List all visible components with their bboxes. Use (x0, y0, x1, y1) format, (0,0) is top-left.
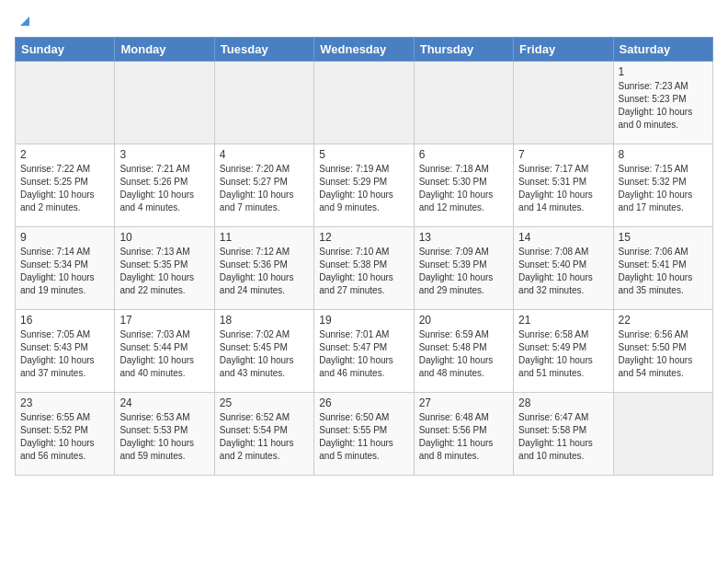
day-number: 22 (619, 314, 708, 327)
day-info: Sunrise: 6:48 AM Sunset: 5:56 PM Dayligh… (419, 411, 508, 463)
day-number: 7 (518, 148, 608, 161)
day-info: Sunrise: 7:13 AM Sunset: 5:35 PM Dayligh… (119, 246, 209, 297)
calendar-day-28: 28Sunrise: 6:47 AM Sunset: 5:58 PM Dayli… (514, 393, 613, 476)
calendar-empty-cell (514, 62, 613, 144)
weekday-header-monday: Monday (115, 38, 214, 62)
day-info: Sunrise: 7:02 AM Sunset: 5:45 PM Dayligh… (220, 328, 309, 380)
calendar-day-3: 3Sunrise: 7:21 AM Sunset: 5:26 PM Daylig… (115, 144, 214, 227)
calendar-empty-cell (414, 62, 513, 144)
day-number: 10 (119, 231, 209, 244)
day-number: 9 (20, 231, 109, 244)
day-number: 12 (319, 231, 408, 244)
calendar-empty-cell (16, 62, 115, 144)
day-number: 11 (220, 231, 309, 244)
calendar-header-row: SundayMondayTuesdayWednesdayThursdayFrid… (16, 38, 713, 62)
day-info: Sunrise: 7:12 AM Sunset: 5:36 PM Dayligh… (220, 246, 309, 297)
calendar-day-14: 14Sunrise: 7:08 AM Sunset: 5:40 PM Dayli… (514, 227, 613, 310)
calendar-day-9: 9Sunrise: 7:14 AM Sunset: 5:34 PM Daylig… (16, 227, 115, 310)
weekday-header-saturday: Saturday (613, 38, 712, 62)
logo-triangle-icon (17, 13, 33, 29)
calendar-week-row: 23Sunrise: 6:55 AM Sunset: 5:52 PM Dayli… (16, 393, 713, 476)
day-info: Sunrise: 7:15 AM Sunset: 5:32 PM Dayligh… (619, 163, 708, 214)
calendar-day-2: 2Sunrise: 7:22 AM Sunset: 5:25 PM Daylig… (16, 144, 115, 227)
logo (15, 15, 33, 29)
day-number: 17 (119, 314, 209, 327)
day-number: 8 (619, 148, 708, 161)
day-number: 6 (419, 148, 508, 161)
day-number: 19 (319, 314, 408, 327)
day-info: Sunrise: 7:18 AM Sunset: 5:30 PM Dayligh… (419, 163, 508, 214)
calendar-day-19: 19Sunrise: 7:01 AM Sunset: 5:47 PM Dayli… (314, 310, 414, 393)
page: SundayMondayTuesdayWednesdayThursdayFrid… (0, 0, 728, 490)
day-info: Sunrise: 6:58 AM Sunset: 5:49 PM Dayligh… (518, 328, 608, 380)
day-number: 5 (319, 148, 408, 161)
calendar-day-6: 6Sunrise: 7:18 AM Sunset: 5:30 PM Daylig… (414, 144, 513, 227)
calendar-day-26: 26Sunrise: 6:50 AM Sunset: 5:55 PM Dayli… (314, 393, 414, 476)
calendar-day-15: 15Sunrise: 7:06 AM Sunset: 5:41 PM Dayli… (613, 227, 712, 310)
calendar-week-row: 2Sunrise: 7:22 AM Sunset: 5:25 PM Daylig… (16, 144, 713, 227)
day-number: 15 (619, 231, 708, 244)
day-info: Sunrise: 7:20 AM Sunset: 5:27 PM Dayligh… (220, 163, 309, 214)
weekday-header-thursday: Thursday (414, 38, 513, 62)
calendar-day-12: 12Sunrise: 7:10 AM Sunset: 5:38 PM Dayli… (314, 227, 414, 310)
day-info: Sunrise: 6:55 AM Sunset: 5:52 PM Dayligh… (20, 411, 109, 463)
calendar-day-20: 20Sunrise: 6:59 AM Sunset: 5:48 PM Dayli… (414, 310, 513, 393)
calendar-day-24: 24Sunrise: 6:53 AM Sunset: 5:53 PM Dayli… (115, 393, 214, 476)
day-info: Sunrise: 6:59 AM Sunset: 5:48 PM Dayligh… (419, 328, 508, 380)
day-info: Sunrise: 6:52 AM Sunset: 5:54 PM Dayligh… (220, 411, 309, 463)
calendar-week-row: 16Sunrise: 7:05 AM Sunset: 5:43 PM Dayli… (16, 310, 713, 393)
day-info: Sunrise: 6:53 AM Sunset: 5:53 PM Dayligh… (119, 411, 209, 463)
calendar-day-13: 13Sunrise: 7:09 AM Sunset: 5:39 PM Dayli… (414, 227, 513, 310)
weekday-header-tuesday: Tuesday (214, 38, 313, 62)
day-number: 3 (119, 148, 209, 161)
day-info: Sunrise: 7:14 AM Sunset: 5:34 PM Dayligh… (20, 246, 109, 297)
day-number: 26 (319, 396, 408, 409)
day-info: Sunrise: 6:50 AM Sunset: 5:55 PM Dayligh… (319, 411, 408, 463)
day-number: 2 (20, 148, 109, 161)
calendar-day-5: 5Sunrise: 7:19 AM Sunset: 5:29 PM Daylig… (314, 144, 414, 227)
weekday-header-friday: Friday (514, 38, 613, 62)
day-info: Sunrise: 7:03 AM Sunset: 5:44 PM Dayligh… (119, 328, 209, 380)
day-number: 18 (220, 314, 309, 327)
day-number: 4 (220, 148, 309, 161)
day-number: 13 (419, 231, 508, 244)
svg-marker-0 (20, 17, 29, 26)
day-info: Sunrise: 7:23 AM Sunset: 5:23 PM Dayligh… (619, 80, 708, 132)
day-number: 23 (20, 396, 109, 409)
day-info: Sunrise: 7:09 AM Sunset: 5:39 PM Dayligh… (419, 246, 508, 297)
day-number: 27 (419, 396, 508, 409)
calendar-day-16: 16Sunrise: 7:05 AM Sunset: 5:43 PM Dayli… (16, 310, 115, 393)
calendar: SundayMondayTuesdayWednesdayThursdayFrid… (15, 37, 713, 476)
day-info: Sunrise: 7:21 AM Sunset: 5:26 PM Dayligh… (119, 163, 209, 214)
calendar-day-21: 21Sunrise: 6:58 AM Sunset: 5:49 PM Dayli… (514, 310, 613, 393)
day-info: Sunrise: 7:08 AM Sunset: 5:40 PM Dayligh… (518, 246, 608, 297)
calendar-day-23: 23Sunrise: 6:55 AM Sunset: 5:52 PM Dayli… (16, 393, 115, 476)
calendar-week-row: 1Sunrise: 7:23 AM Sunset: 5:23 PM Daylig… (16, 62, 713, 144)
day-number: 25 (220, 396, 309, 409)
day-number: 1 (619, 65, 708, 78)
day-info: Sunrise: 7:19 AM Sunset: 5:29 PM Dayligh… (319, 163, 408, 214)
calendar-day-27: 27Sunrise: 6:48 AM Sunset: 5:56 PM Dayli… (414, 393, 513, 476)
day-info: Sunrise: 7:01 AM Sunset: 5:47 PM Dayligh… (319, 328, 408, 380)
calendar-day-25: 25Sunrise: 6:52 AM Sunset: 5:54 PM Dayli… (214, 393, 313, 476)
calendar-week-row: 9Sunrise: 7:14 AM Sunset: 5:34 PM Daylig… (16, 227, 713, 310)
day-number: 21 (518, 314, 608, 327)
day-info: Sunrise: 7:06 AM Sunset: 5:41 PM Dayligh… (619, 246, 708, 297)
calendar-empty-cell (115, 62, 214, 144)
day-number: 16 (20, 314, 109, 327)
day-info: Sunrise: 6:56 AM Sunset: 5:50 PM Dayligh… (619, 328, 708, 380)
calendar-day-11: 11Sunrise: 7:12 AM Sunset: 5:36 PM Dayli… (214, 227, 313, 310)
calendar-day-18: 18Sunrise: 7:02 AM Sunset: 5:45 PM Dayli… (214, 310, 313, 393)
calendar-day-4: 4Sunrise: 7:20 AM Sunset: 5:27 PM Daylig… (214, 144, 313, 227)
day-number: 14 (518, 231, 608, 244)
day-info: Sunrise: 7:22 AM Sunset: 5:25 PM Dayligh… (20, 163, 109, 214)
calendar-day-7: 7Sunrise: 7:17 AM Sunset: 5:31 PM Daylig… (514, 144, 613, 227)
weekday-header-sunday: Sunday (16, 38, 115, 62)
day-info: Sunrise: 7:17 AM Sunset: 5:31 PM Dayligh… (518, 163, 608, 214)
day-info: Sunrise: 7:10 AM Sunset: 5:38 PM Dayligh… (319, 246, 408, 297)
calendar-day-10: 10Sunrise: 7:13 AM Sunset: 5:35 PM Dayli… (115, 227, 214, 310)
weekday-header-wednesday: Wednesday (314, 38, 414, 62)
day-number: 20 (419, 314, 508, 327)
calendar-empty-cell (314, 62, 414, 144)
calendar-day-8: 8Sunrise: 7:15 AM Sunset: 5:32 PM Daylig… (613, 144, 712, 227)
